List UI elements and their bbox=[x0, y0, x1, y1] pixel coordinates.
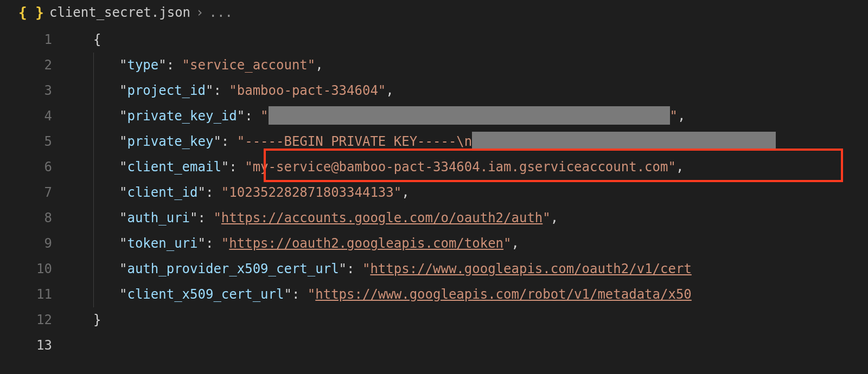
line-number: 5 bbox=[0, 129, 68, 154]
braces-icon: { } bbox=[18, 4, 44, 21]
code-content[interactable]: "client_x509_cert_url": "https://www.goo… bbox=[68, 282, 868, 307]
editor-line: 12 } bbox=[0, 307, 868, 333]
line-number: 8 bbox=[0, 205, 68, 231]
line-number: 6 bbox=[0, 154, 68, 180]
redacted-block bbox=[472, 132, 776, 150]
code-content[interactable]: "client_email": "my-service@bamboo-pact-… bbox=[68, 154, 868, 180]
editor-line: 4 "private_key_id": "", bbox=[0, 104, 868, 129]
line-number: 10 bbox=[0, 256, 68, 282]
client-email-value: my-service@bamboo-pact-334604.iam.gservi… bbox=[253, 159, 668, 175]
line-number: 12 bbox=[0, 307, 68, 333]
code-content[interactable]: "project_id": "bamboo-pact-334604", bbox=[68, 78, 868, 104]
line-number: 11 bbox=[0, 282, 68, 307]
code-content[interactable]: "type": "service_account", bbox=[68, 53, 868, 78]
editor-line: 7 "client_id": "102352282871803344133", bbox=[0, 180, 868, 205]
editor-line: 8 "auth_uri": "https://accounts.google.c… bbox=[0, 205, 868, 231]
code-content[interactable]: "auth_uri": "https://accounts.google.com… bbox=[68, 205, 868, 231]
editor-line: 10 "auth_provider_x509_cert_url": "https… bbox=[0, 256, 868, 282]
code-content[interactable]: "private_key": "-----BEGIN PRIVATE KEY--… bbox=[68, 129, 868, 154]
code-content[interactable]: "client_id": "102352282871803344133", bbox=[68, 180, 868, 205]
editor-line: 3 "project_id": "bamboo-pact-334604", bbox=[0, 78, 868, 104]
editor-line: 13 bbox=[0, 333, 868, 358]
line-number: 13 bbox=[0, 333, 68, 358]
editor-line: 9 "token_uri": "https://oauth2.googleapi… bbox=[0, 231, 868, 256]
editor-line: 11 "client_x509_cert_url": "https://www.… bbox=[0, 282, 868, 307]
code-editor[interactable]: 1 { 2 "type": "service_account", 3 "proj… bbox=[0, 27, 868, 358]
code-content[interactable]: } bbox=[68, 307, 868, 333]
line-number: 7 bbox=[0, 180, 68, 205]
editor-line: 6 "client_email": "my-service@bamboo-pac… bbox=[0, 154, 868, 180]
line-number: 3 bbox=[0, 78, 68, 104]
line-number: 2 bbox=[0, 53, 68, 78]
editor-line: 1 { bbox=[0, 27, 868, 53]
editor-line: 2 "type": "service_account", bbox=[0, 53, 868, 78]
code-content[interactable]: "private_key_id": "", bbox=[68, 104, 868, 129]
line-number: 1 bbox=[0, 27, 68, 53]
line-number: 9 bbox=[0, 231, 68, 256]
line-number: 4 bbox=[0, 104, 68, 129]
breadcrumb[interactable]: { } client_secret.json › ... bbox=[0, 0, 868, 27]
breadcrumb-filename[interactable]: client_secret.json bbox=[49, 5, 190, 20]
breadcrumb-more[interactable]: ... bbox=[209, 5, 233, 20]
code-content[interactable]: { bbox=[68, 27, 868, 53]
code-content[interactable]: "auth_provider_x509_cert_url": "https://… bbox=[68, 256, 868, 282]
redacted-block bbox=[269, 106, 670, 125]
editor-line: 5 "private_key": "-----BEGIN PRIVATE KEY… bbox=[0, 129, 868, 154]
chevron-right-icon: › bbox=[196, 5, 203, 20]
code-content[interactable]: "token_uri": "https://oauth2.googleapis.… bbox=[68, 231, 868, 256]
